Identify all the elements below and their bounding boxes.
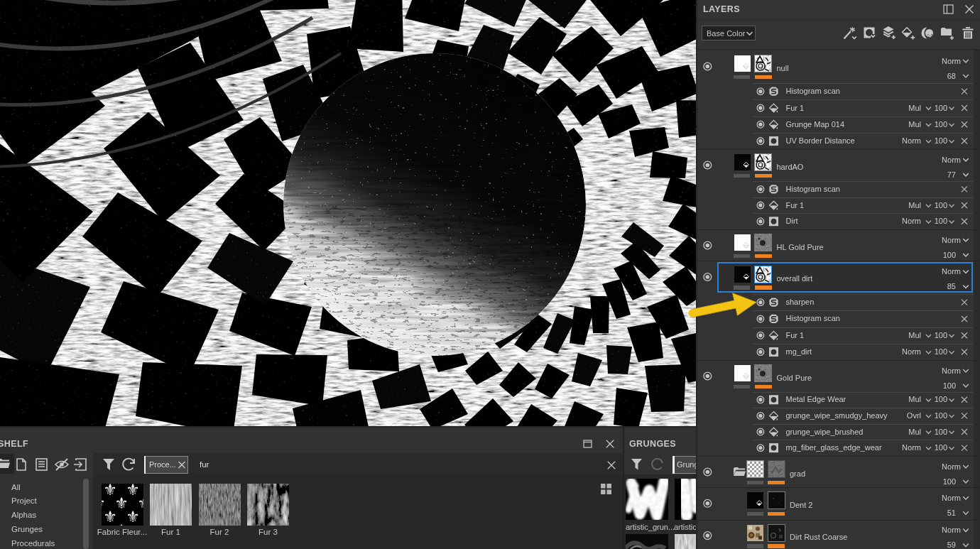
- svg-text:⚜: ⚜: [103, 484, 117, 485]
- svg-text:⚜: ⚜: [114, 521, 129, 526]
- svg-text:⚜: ⚜: [102, 521, 106, 526]
- svg-text:⚜: ⚜: [126, 484, 140, 485]
- svg-text:⚜: ⚜: [137, 521, 143, 526]
